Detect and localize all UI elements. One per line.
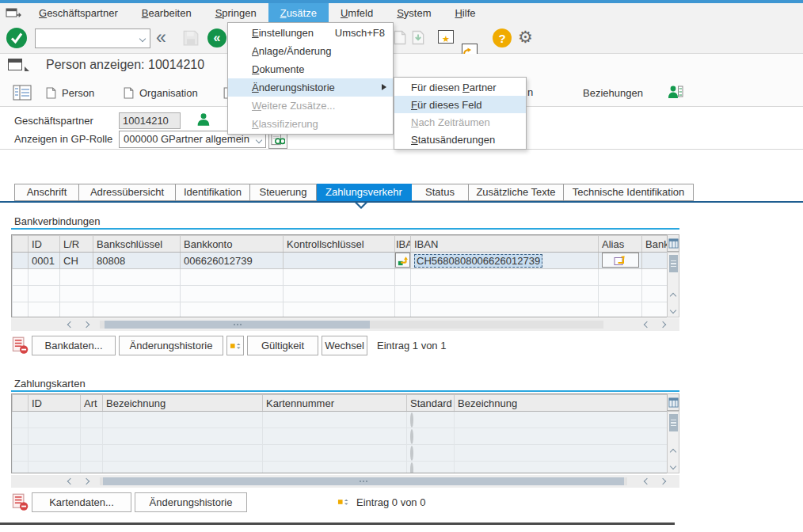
chevron-down-icon[interactable] bbox=[139, 36, 146, 42]
iban-selected-text[interactable]: CH5680808006626012739 bbox=[414, 254, 542, 268]
menu-zusaetze[interactable]: Zusätze bbox=[268, 3, 329, 22]
menu-geschaeftspartner[interactable]: Geschäftspartner bbox=[27, 3, 130, 22]
cards-horizontal-scrollbar[interactable] bbox=[11, 475, 679, 488]
scroll-left-button-right-pane[interactable] bbox=[640, 318, 654, 331]
cell-alias-button[interactable] bbox=[599, 253, 642, 269]
scroll-down-button[interactable] bbox=[671, 459, 676, 471]
radio-button[interactable] bbox=[410, 412, 413, 428]
radio-button[interactable] bbox=[410, 462, 413, 474]
command-field[interactable] bbox=[35, 28, 150, 48]
enter-button[interactable] bbox=[6, 28, 27, 48]
bank-aenderungshistorie-button[interactable]: Änderungshistorie bbox=[119, 336, 223, 355]
kartendaten-button[interactable]: Kartendaten... bbox=[32, 492, 131, 512]
tab-technische-identifikation[interactable]: Technische Identifikation bbox=[564, 184, 694, 201]
help-button[interactable]: ? bbox=[493, 28, 512, 48]
col-iban-icon[interactable]: IBAN bbox=[395, 236, 411, 253]
col-id[interactable]: ID bbox=[29, 395, 81, 412]
cards-empty-row[interactable] bbox=[13, 428, 668, 445]
menu-bearbeiten[interactable]: Bearbeiten bbox=[130, 3, 204, 22]
scroll-right-button[interactable] bbox=[79, 318, 93, 331]
col-alias[interactable]: Alias bbox=[599, 236, 642, 253]
row-selector-cell[interactable] bbox=[13, 253, 29, 269]
standard-radio-cell[interactable] bbox=[407, 445, 455, 462]
col-id[interactable]: ID bbox=[29, 236, 60, 253]
menu-hilfe[interactable]: Hilfe bbox=[443, 3, 487, 22]
col-standard[interactable]: Standard bbox=[407, 395, 455, 412]
beziehungen-button[interactable]: Beziehungen bbox=[578, 83, 648, 102]
scroll-right-button-right-pane[interactable] bbox=[656, 475, 670, 488]
col-bank[interactable]: Bank bbox=[642, 236, 668, 253]
col-iban[interactable]: IBAN bbox=[411, 236, 599, 253]
bank-empty-row[interactable] bbox=[13, 302, 668, 318]
bank-empty-row[interactable] bbox=[13, 286, 668, 302]
scroll-down-button[interactable] bbox=[671, 303, 676, 315]
col-kartennummer[interactable]: Kartennummer bbox=[263, 395, 407, 412]
col-bankschluessel[interactable]: Bankschlüssel bbox=[93, 236, 181, 253]
bank-delete-row-button[interactable] bbox=[11, 336, 29, 357]
cell-lr[interactable]: CH bbox=[60, 253, 93, 269]
tab-zusaetzliche-texte[interactable]: Zusätzliche Texte bbox=[469, 184, 564, 201]
menu-item-einstellungen[interactable]: Einstellungen Umsch+F8 bbox=[228, 24, 393, 42]
radio-button[interactable] bbox=[410, 429, 413, 444]
menu-item-klassifizierung[interactable]: Klassifizierung bbox=[228, 115, 393, 133]
submenu-item-nach-zeitraeumen[interactable]: Nach Zeiträumen bbox=[394, 113, 526, 131]
cards-sort-icon[interactable] bbox=[337, 496, 349, 511]
wechsel-button[interactable]: Wechsel bbox=[322, 336, 367, 355]
cell-iban-value[interactable]: CH5680808006626012739 bbox=[411, 253, 599, 269]
menu-item-aenderungshistorie[interactable]: Änderungshistorie bbox=[228, 78, 393, 97]
submenu-item-statusaenderungen[interactable]: Statusänderungen bbox=[394, 131, 526, 148]
save-button[interactable] bbox=[183, 30, 199, 46]
cards-empty-row[interactable] bbox=[13, 412, 668, 428]
tab-anschrift[interactable]: Anschrift bbox=[14, 184, 79, 201]
gueltigkeit-button[interactable]: Gültigkeit bbox=[247, 336, 318, 355]
scrollbar-thumb[interactable] bbox=[103, 477, 624, 485]
cell-bankkonto[interactable]: 006626012739 bbox=[181, 253, 284, 269]
exit-button[interactable]: « bbox=[207, 28, 226, 48]
menu-system[interactable]: System bbox=[385, 3, 443, 22]
scrollbar-thumb[interactable] bbox=[669, 255, 678, 272]
tab-steuerung[interactable]: Steuerung bbox=[250, 184, 317, 201]
locator-toggle-button[interactable] bbox=[13, 85, 32, 103]
submenu-item-fuer-diesen-partner[interactable]: Für diesen Partner bbox=[394, 78, 526, 96]
scroll-up-button[interactable] bbox=[671, 289, 676, 301]
cell-bankschluessel[interactable]: 80808 bbox=[93, 253, 181, 269]
col-kontrollschluessel[interactable]: Kontrollschlüssel bbox=[284, 236, 395, 253]
covered-button-fragment[interactable]: n bbox=[527, 86, 533, 98]
menu-umfeld[interactable]: Umfeld bbox=[329, 3, 385, 22]
scroll-left-button[interactable] bbox=[63, 475, 78, 488]
col-bankkonto[interactable]: Bankkonto bbox=[181, 236, 284, 253]
col-bezeichnung-2[interactable]: Bezeichnung bbox=[455, 395, 668, 412]
cell-kontrollschluessel[interactable] bbox=[284, 253, 395, 269]
print-button[interactable] bbox=[394, 30, 406, 45]
bank-row-1[interactable]: 0001 CH 80808 006626012739 CH5680 bbox=[13, 253, 668, 269]
col-lr[interactable]: L/R bbox=[60, 236, 93, 253]
standard-radio-cell[interactable] bbox=[407, 412, 455, 428]
download-button[interactable] bbox=[412, 30, 424, 45]
menu-item-anlage-aenderung[interactable]: Anlage/Änderung bbox=[228, 42, 393, 60]
partner-wechseln-button[interactable] bbox=[668, 84, 683, 102]
scroll-left-button[interactable] bbox=[63, 318, 78, 331]
scrollbar-thumb[interactable] bbox=[669, 414, 678, 431]
radio-button[interactable] bbox=[410, 446, 413, 461]
cards-vertical-scrollbar[interactable] bbox=[667, 411, 679, 473]
submenu-item-fuer-dieses-feld[interactable]: Für dieses Feld bbox=[394, 96, 526, 113]
tab-adressuebersicht[interactable]: Adressübersicht bbox=[79, 184, 176, 201]
bank-table-settings-button[interactable] bbox=[667, 234, 679, 252]
menu-item-weitere-zusaetze[interactable]: Weitere Zusätze... bbox=[228, 97, 393, 115]
scrollbar-thumb[interactable] bbox=[105, 321, 370, 329]
bank-horizontal-scrollbar[interactable] bbox=[11, 318, 679, 331]
standard-radio-cell[interactable] bbox=[407, 428, 455, 445]
cards-delete-row-button[interactable] bbox=[11, 492, 29, 514]
favorites-window-button[interactable]: ★ bbox=[438, 30, 454, 44]
bank-empty-row[interactable] bbox=[13, 269, 668, 286]
cell-iban-button[interactable] bbox=[395, 253, 411, 269]
menu-item-dokumente[interactable]: Dokumente bbox=[228, 60, 393, 78]
col-art[interactable]: Art bbox=[81, 395, 103, 412]
cards-empty-row[interactable] bbox=[13, 445, 668, 462]
scroll-right-button-right-pane[interactable] bbox=[656, 318, 670, 331]
tab-status[interactable]: Status bbox=[412, 184, 469, 201]
settings-gear-button[interactable]: ⚙ bbox=[518, 28, 533, 45]
cards-empty-row[interactable] bbox=[13, 462, 668, 474]
bank-sort-button[interactable] bbox=[226, 336, 244, 355]
tab-identifikation[interactable]: Identifikation bbox=[176, 184, 250, 201]
